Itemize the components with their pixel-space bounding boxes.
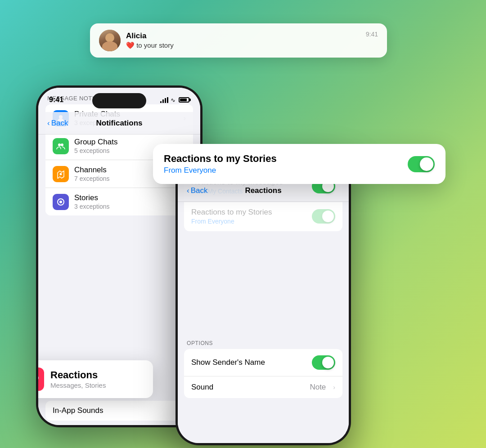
reactions-card-text: Reactions Messages, Stories bbox=[50, 369, 106, 389]
show-sender-toggle[interactable] bbox=[312, 355, 335, 370]
page-title: Notifications bbox=[96, 119, 143, 128]
p2-options-section: OPTIONS bbox=[178, 333, 349, 349]
stories-card-toggle[interactable] bbox=[408, 156, 435, 172]
p2-back-button[interactable]: ‹ Back bbox=[187, 186, 207, 195]
stories-title: Stories bbox=[74, 193, 178, 202]
channels-icon bbox=[53, 166, 69, 182]
stories-text: Stories 3 exceptions bbox=[74, 193, 178, 210]
battery-icon bbox=[179, 97, 189, 103]
notification-banner: Alicia ❤️ to your story 9:41 bbox=[90, 23, 387, 58]
inapp-sounds-item[interactable]: In-App Sounds › bbox=[45, 401, 193, 421]
stories-card-sub: From Everyone bbox=[164, 166, 408, 175]
notif-avatar bbox=[99, 30, 121, 51]
stories-sub: 3 exceptions bbox=[74, 203, 178, 210]
inapp-sounds-text: In-App Sounds bbox=[53, 406, 178, 415]
reactions-card[interactable]: Reactions Messages, Stories bbox=[38, 360, 153, 398]
reactions-stories-text-bg: Reactions to my Stories From Everyone bbox=[191, 208, 306, 225]
reactions-card-sub: Messages, Stories bbox=[50, 381, 106, 389]
svg-point-1 bbox=[58, 143, 61, 146]
stories-icon bbox=[53, 194, 69, 210]
reactions-card-icon bbox=[38, 367, 44, 391]
svg-point-5 bbox=[59, 201, 62, 203]
show-sender-title: Show Sender's Name bbox=[191, 358, 306, 367]
sound-value: Note bbox=[310, 383, 326, 392]
signal-bars-icon bbox=[160, 97, 168, 103]
notif-content: Alicia ❤️ to your story bbox=[126, 31, 360, 49]
group-chats-icon bbox=[53, 138, 69, 154]
p2-options-list: Show Sender's Name Sound Note › bbox=[184, 349, 342, 398]
inapp-sounds-title: In-App Sounds bbox=[53, 406, 178, 415]
wifi-icon: ∿ bbox=[171, 97, 176, 103]
phone-2: 9:41 ∿ bbox=[176, 153, 351, 445]
reactions-stories-item-bg: Reactions to my Stories From Everyone bbox=[184, 202, 342, 231]
stories-card-text: Reactions to my Stories From Everyone bbox=[164, 153, 408, 175]
notif-name: Alicia bbox=[126, 31, 360, 40]
phone1-status-icons: ∿ bbox=[160, 97, 189, 103]
inapp-list: In-App Sounds › bbox=[45, 401, 193, 421]
p2-page-title: Reactions bbox=[245, 186, 281, 195]
stories-reaction-card[interactable]: Reactions to my Stories From Everyone bbox=[153, 144, 446, 184]
phone1-time: 9:41 bbox=[49, 96, 63, 104]
notif-emoji: ❤️ bbox=[126, 41, 135, 49]
back-button[interactable]: ‹ Back bbox=[47, 119, 68, 128]
sound-text: Sound bbox=[191, 383, 304, 392]
stories-card-title: Reactions to my Stories bbox=[164, 153, 408, 165]
p2-chevron-left-icon: ‹ bbox=[187, 186, 189, 195]
chevron-left-icon: ‹ bbox=[47, 119, 50, 128]
stories-item[interactable]: Stories 3 exceptions › bbox=[45, 188, 193, 215]
sound-item[interactable]: Sound Note › bbox=[184, 376, 342, 398]
show-sender-name-item[interactable]: Show Sender's Name bbox=[184, 349, 342, 376]
reactions-stories-toggle-bg bbox=[312, 209, 335, 224]
phone1-nav-bar: ‹ Back Notifications bbox=[38, 112, 200, 134]
svg-point-3 bbox=[60, 173, 62, 175]
dynamic-island bbox=[92, 93, 146, 108]
sound-title: Sound bbox=[191, 383, 304, 392]
svg-point-2 bbox=[61, 143, 63, 146]
notif-time: 9:41 bbox=[366, 31, 378, 38]
show-sender-text: Show Sender's Name bbox=[191, 358, 306, 367]
sound-chevron-icon: › bbox=[333, 384, 335, 391]
reactions-card-title: Reactions bbox=[50, 369, 106, 381]
phone-2-screen: 9:41 ∿ bbox=[178, 155, 349, 443]
notif-message: ❤️ to your story bbox=[126, 41, 360, 49]
